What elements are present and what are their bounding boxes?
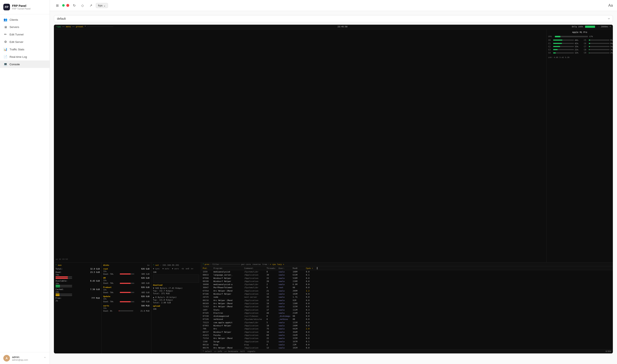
upload-top-row: Top: (21.8 Kibps)	[153, 299, 199, 301]
sidebar-label-traffic-stats: Traffic Stats	[10, 48, 24, 51]
mem-avail-val: 8.43 GiB	[90, 279, 100, 282]
terminal-clock: 23:45:58	[338, 26, 348, 28]
table-row[interactable]: 88108 Windsurf Helper /Application 20 va…	[201, 280, 613, 283]
proc-count: 0/894	[606, 350, 611, 353]
mem-free-val: 777 MiB	[92, 297, 100, 299]
sidebar-toggle-button[interactable]: ⊞	[54, 2, 61, 9]
cpu-core-C7: C75%	[584, 45, 613, 48]
frps-label: frps	[98, 4, 103, 7]
main-content: ⊞ ↻ ◇ ↗ frps ⌄ Aa default	[50, 0, 617, 364]
disk-entry-VM: VM 926 GiB IO% Used: 74% 685 GiB	[103, 277, 149, 285]
net-ip: 192.168.99.201	[162, 264, 179, 266]
share-button[interactable]: ↗	[88, 2, 94, 9]
topbar-right: Aa	[608, 3, 613, 8]
table-row[interactable]: 706 Arc /Application 75 vaala 942M 2.0	[201, 327, 613, 330]
cpu-cores-container: C044%C142%C233%C321%C412% C56%C66%C75%C8…	[548, 39, 611, 54]
sidebar-item-traffic-stats[interactable]: 📊 Traffic Stats	[0, 46, 50, 53]
proc-column-headers: Pid: Program: Command: Threads: User: Me…	[201, 266, 613, 270]
upload-label: upload	[153, 305, 199, 307]
sidebar-item-clients[interactable]: 👥 Clients	[0, 16, 50, 23]
app-logo: FP	[3, 4, 10, 10]
sidebar-item-servers[interactable]: 🖥 Servers	[0, 23, 50, 31]
proc-statusbar: * select ↓↑ info ↵↑ terminate kill signa…	[201, 349, 613, 353]
table-row[interactable]: 71314 Arc Helper (Rend /Application 22 v…	[201, 337, 613, 340]
proc-list[interactable]: 1559 mediaanalysisd /System/Libr 8 vaala…	[201, 270, 613, 349]
disks-list: root 926 GiB IO% Used: 74% 685 GiB VM 92…	[103, 267, 149, 312]
table-row[interactable]: 87993 Windsurf Helper /Application 18 va…	[201, 324, 613, 327]
terminal-display[interactable]: ¹cpu ── menu ── preset * ───────────────…	[54, 25, 613, 353]
terminal-bottom-section: ² mem Total: 32.0 GiB Used: 23.5 GiB	[54, 262, 613, 353]
status-red-indicator	[66, 4, 69, 7]
net-header: ³ net ─ 192.168.99.201	[153, 264, 199, 266]
mem-used-pct: 74%	[55, 273, 100, 276]
load-average: LAV: 4.05 3.42 3.35	[548, 56, 611, 59]
table-row[interactable]: 68727 Windsurf Helper /Application 10 va…	[201, 330, 613, 334]
servers-icon: 🖥	[3, 25, 7, 29]
table-row[interactable]: 80169 Arc Helper (Rend /Application 19 v…	[201, 302, 613, 305]
user-menu-chevron[interactable]: ⌃	[43, 356, 46, 360]
status-green-indicator	[62, 4, 65, 7]
mem-cached-row: Cached: 7.58 GiB 24%	[55, 288, 100, 296]
table-row[interactable]: 1168 Surge /Application 11 vaala 167M 0.…	[201, 340, 613, 343]
cpu-cores-left: C044%C142%C233%C321%C412%	[548, 39, 580, 54]
console-icon: 💻	[3, 62, 7, 66]
sidebar-label-edit-tunnel: Edit Tunnel	[10, 33, 24, 36]
shield-button[interactable]: ◇	[79, 2, 86, 9]
cpu-core-C9: C92%	[584, 51, 613, 54]
mem-total-row: Total: 32.0 GiB	[55, 267, 100, 270]
sidebar-item-edit-server[interactable]: ⚙ Edit Server	[0, 38, 50, 46]
cpu-core-C4: C412%	[548, 51, 580, 54]
sidebar-item-edit-tunnel[interactable]: ✏ Edit Tunnel	[0, 31, 50, 38]
net-graph	[153, 274, 199, 283]
user-email: admin@qq.com	[12, 359, 41, 361]
table-row[interactable]: 72163 Arc Helper (Rend /Application 22 v…	[201, 305, 613, 308]
cpu-core-C6: C66%	[584, 42, 613, 45]
table-row[interactable]: 87345 Electron /Application 44 vaala 214…	[201, 311, 613, 314]
cpu-overall-row: CPU 17%	[548, 35, 611, 38]
refresh-button[interactable]: ↻	[71, 2, 78, 9]
disk-entry-root: root 926 GiB IO% Used: 74% 685 GiB	[103, 267, 149, 275]
user-info: admin admin@qq.com	[12, 355, 41, 361]
mem-used-bar2	[55, 278, 72, 279]
table-row[interactable]: 87990 Windsurf Helper /Application 22 va…	[201, 277, 613, 280]
sidebar-header: FP FRP Panel FRP Tunnel Panel	[0, 0, 50, 14]
table-row[interactable]: 1497 Stats /Application 17 vaala 112M 0.…	[201, 308, 613, 311]
cpu-model: Apple M1 Pro	[548, 31, 611, 34]
table-row[interactable]: 80116 btop btop 4 vaala 22M 0.0	[201, 343, 613, 346]
table-row[interactable]: 87330 diskimagesiod /usr/libexec 0 _disk…	[201, 314, 613, 318]
sidebar-item-console[interactable]: 💻 Console	[0, 61, 50, 68]
edit-server-icon: ⚙	[3, 40, 7, 44]
sidebar-label-edit-server: Edit Server	[10, 40, 23, 43]
upload-rate-row: ▲ 0 Byte/s (0 bitps)	[153, 296, 199, 299]
mem-available-row: Available: 8.43 GiB 26%	[55, 279, 100, 287]
table-row[interactable]: 41423 Feishu /Application 69 vaala 242M …	[201, 334, 613, 337]
table-row[interactable]: 73123 com.apple.appkit /System/Libr 5 va…	[201, 321, 613, 324]
mem-used-val: 23.5 GiB	[90, 271, 100, 273]
sidebar-label-servers: Servers	[10, 26, 19, 29]
server-select[interactable]: default	[54, 15, 613, 22]
table-row[interactable]: 87326 netbiosd /System/sbin/ne 0 _netbio…	[201, 318, 613, 321]
table-row[interactable]: 1559 mediaanalysisd /System/Libr 8 vaala…	[201, 270, 613, 273]
language-icon[interactable]: Aa	[608, 3, 613, 8]
table-row[interactable]: 87346 Windsurf Helper /Application 13 va…	[201, 292, 613, 295]
frps-selector[interactable]: frps ⌄	[96, 3, 108, 8]
net-scale-bottom: 10K	[153, 308, 199, 310]
download-rate-row: ▼ 949 Byte/s (7.41 Kibps)	[153, 287, 199, 289]
table-row[interactable]: 80170 Arc Helper (Rend /Application 13 v…	[201, 346, 613, 349]
table-row[interactable]: 67554 Arc Helper (Rend /Application 21 v…	[201, 289, 613, 292]
download-label: download	[153, 284, 199, 286]
server-select-row: default	[54, 15, 613, 22]
download-top-row: Top: (32.7 Kibps)	[153, 289, 199, 292]
upload-total-row: Total: 2.88 GiB	[153, 301, 199, 304]
table-row[interactable]: 88033 language_server_ /Application 39 v…	[201, 273, 613, 276]
app-title-block: FRP Panel FRP Tunnel Panel	[12, 4, 30, 10]
table-row[interactable]: 36047 PerfPowerTelemet /System/Libr 0 ro…	[201, 286, 613, 289]
mem-avail-pct: 26%	[55, 282, 100, 285]
proc-panel: * proc ─ filter ───────────────── per-co…	[201, 262, 613, 353]
table-row[interactable]: 36098 mediaanalysisd-a /System/Libr 2 va…	[201, 283, 613, 286]
table-row[interactable]: 80216 Arc Helper (Rend /Application 13 v…	[201, 299, 613, 302]
avatar-initial: A	[6, 357, 8, 360]
table-row[interactable]: 24725 node next-server 33 vaala 1.7G 0.0	[201, 295, 613, 299]
net-controls: ▼ sync ▼ auto ▼ zero <b en0 n>	[153, 267, 199, 270]
sidebar-item-realtime-log[interactable]: 📄 Real-time Log	[0, 53, 50, 61]
